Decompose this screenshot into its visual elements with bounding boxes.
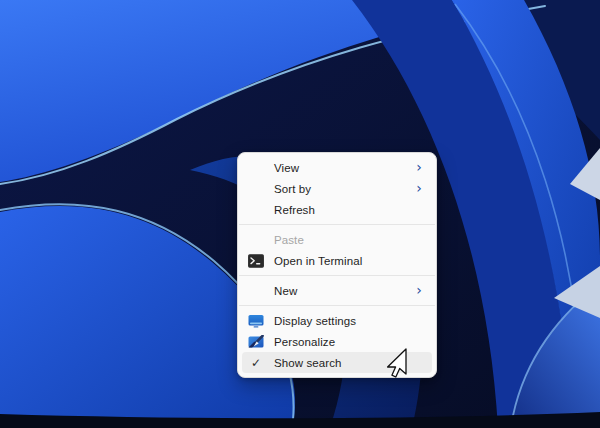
chevron-right-icon: › [412, 160, 426, 174]
chevron-right-icon: › [412, 181, 426, 195]
icon-slot-empty [247, 202, 265, 218]
display-settings-icon [247, 313, 265, 329]
menu-item-label: Show search [274, 357, 426, 369]
context-menu: View › Sort by › Refresh Paste [237, 152, 437, 378]
desktop[interactable]: View › Sort by › Refresh Paste [0, 0, 600, 428]
menu-item-personalize[interactable]: Personalize [242, 331, 432, 352]
menu-separator [239, 224, 435, 225]
menu-item-open-in-terminal[interactable]: Open in Terminal [242, 250, 432, 271]
personalize-icon [247, 334, 265, 350]
menu-item-paste: Paste [242, 229, 432, 250]
menu-item-refresh[interactable]: Refresh [242, 199, 432, 220]
menu-separator [239, 305, 435, 306]
menu-item-view[interactable]: View › [242, 157, 432, 178]
icon-slot-empty [247, 283, 265, 299]
menu-separator [239, 275, 435, 276]
menu-item-label: Paste [274, 234, 426, 246]
menu-item-label: Open in Terminal [274, 255, 426, 267]
menu-item-label: Personalize [274, 336, 426, 348]
chevron-right-icon: › [412, 283, 426, 297]
icon-slot-empty [247, 232, 265, 248]
menu-item-sort-by[interactable]: Sort by › [242, 178, 432, 199]
menu-item-label: Refresh [274, 204, 426, 216]
menu-item-label: New [274, 285, 412, 297]
check-icon: ✓ [247, 355, 265, 371]
menu-item-label: Sort by [274, 183, 412, 195]
menu-item-label: View [274, 162, 412, 174]
menu-item-label: Display settings [274, 315, 426, 327]
menu-item-display-settings[interactable]: Display settings [242, 310, 432, 331]
icon-slot-empty [247, 160, 265, 176]
icon-slot-empty [247, 181, 265, 197]
terminal-icon [247, 253, 265, 269]
menu-item-new[interactable]: New › [242, 280, 432, 301]
menu-item-show-search[interactable]: ✓ Show search [242, 352, 432, 373]
